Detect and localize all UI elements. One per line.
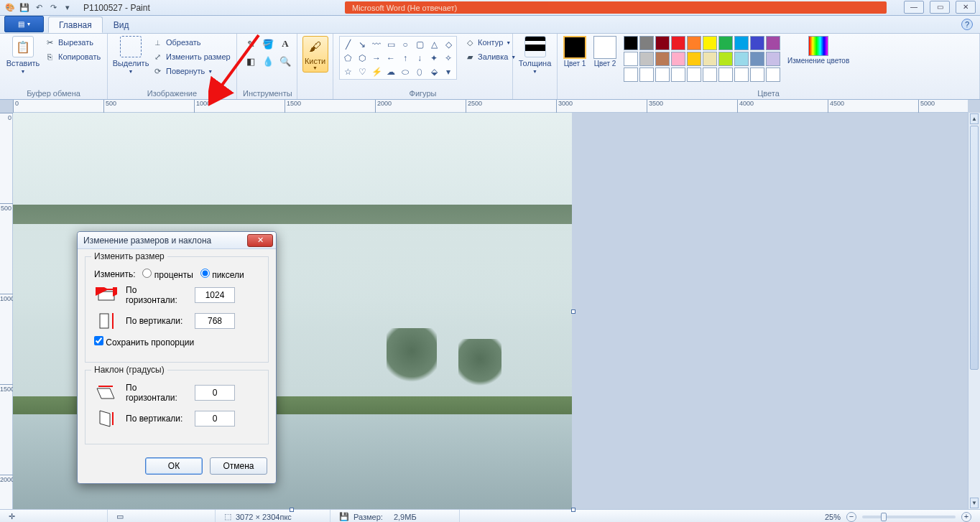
color-swatch[interactable] (734, 36, 749, 50)
color-swatch[interactable] (655, 36, 670, 50)
color-swatch[interactable] (655, 52, 670, 66)
qat-drop-icon[interactable]: ▾ (62, 2, 73, 14)
zoom-out-button[interactable]: − (846, 512, 856, 522)
file-menu-button[interactable]: ▤ (4, 16, 44, 32)
color2-button[interactable]: Цвет 2 (593, 36, 616, 67)
thickness-icon (524, 36, 546, 57)
color-swatch[interactable] (624, 67, 638, 82)
resize-v-input[interactable] (195, 313, 235, 329)
canvas-handle-e[interactable] (571, 309, 575, 314)
undo-icon[interactable]: ↶ (33, 2, 45, 14)
workspace: 0500100015002000250030003500400045005000… (0, 100, 980, 509)
shape-outline-button[interactable]: ◇Контур ▼ (464, 36, 516, 49)
color-swatch[interactable] (734, 52, 749, 66)
select-button[interactable]: Выделить▼ (114, 36, 148, 74)
help-button[interactable]: ? (961, 19, 973, 30)
eraser-tool[interactable]: ◧ (243, 53, 259, 69)
color-swatch[interactable] (750, 36, 764, 50)
resize-button[interactable]: ⤢Изменить размер (152, 50, 231, 63)
cancel-button[interactable]: Отмена (210, 457, 267, 475)
color-swatch[interactable] (671, 67, 685, 82)
group-label-shapes: Фигуры (339, 88, 507, 98)
skew-h-input[interactable] (195, 385, 235, 401)
text-tool[interactable]: A (277, 36, 293, 52)
color-swatch[interactable] (639, 52, 654, 66)
paste-button[interactable]: 📋 Вставить▼ (6, 36, 40, 74)
fill-tool[interactable]: 🪣 (260, 36, 276, 52)
skew-v-input[interactable] (195, 411, 235, 427)
rotate-button[interactable]: ⟳Повернуть ▼ (152, 65, 231, 78)
shapes-gallery[interactable]: ╱↘〰▭○▢△◇ ⬠⬡→←↑↓✦✧ ☆♡⚡☁⬭⬯⬙▾ (339, 36, 457, 80)
color-swatch[interactable] (639, 36, 654, 50)
color-swatch[interactable] (624, 36, 638, 50)
select-icon (120, 36, 142, 57)
pencil-tool[interactable]: ✎ (243, 36, 259, 52)
radio-percent[interactable]: проценты (142, 269, 193, 280)
tab-home[interactable]: Главная (48, 17, 103, 33)
scroll-up-icon[interactable]: ▲ (970, 113, 979, 124)
color-swatch[interactable] (734, 67, 749, 82)
magnifier-tool[interactable]: 🔍 (277, 53, 293, 69)
shape-fill-button[interactable]: ▰Заливка ▼ (464, 50, 516, 63)
spectrum-icon (808, 36, 828, 56)
canvas-handle-se[interactable] (571, 508, 575, 512)
vertical-scrollbar[interactable]: ▲ ▼ (968, 113, 980, 509)
maximize-button[interactable]: ▭ (930, 1, 950, 14)
resize-h-input[interactable] (195, 287, 235, 303)
minimize-button[interactable]: — (904, 1, 924, 14)
color-swatch[interactable] (687, 52, 701, 66)
scroll-down-icon[interactable]: ▼ (970, 498, 979, 508)
save-icon[interactable]: 💾 (19, 2, 30, 14)
color-swatch[interactable] (750, 52, 764, 66)
copy-button[interactable]: ⎘Копировать (45, 50, 101, 63)
color-swatch[interactable] (655, 67, 670, 82)
color2-swatch (593, 36, 616, 59)
color-swatch[interactable] (718, 52, 733, 66)
color-swatch[interactable] (703, 36, 717, 50)
color-swatch[interactable] (766, 52, 780, 66)
group-label-colors: Цвета (563, 88, 974, 98)
picker-tool[interactable]: 💧 (260, 53, 276, 69)
color1-button[interactable]: Цвет 1 (563, 36, 586, 67)
zoom-slider[interactable] (862, 516, 956, 518)
color-swatch[interactable] (703, 52, 717, 66)
cut-button[interactable]: ✂Вырезать (45, 36, 101, 49)
zoom-in-button[interactable]: + (961, 512, 971, 522)
thickness-button[interactable]: Толщина▼ (519, 36, 552, 74)
dims-icon: ⬚ (224, 512, 231, 521)
color-swatch[interactable] (718, 67, 733, 82)
color-palette[interactable] (624, 36, 780, 82)
color-swatch[interactable] (624, 52, 638, 66)
color-swatch[interactable] (766, 67, 780, 82)
tab-view[interactable]: Вид (103, 17, 140, 33)
quick-access-toolbar: 🎨 💾 ↶ ↷ ▾ (0, 2, 78, 14)
canvas-handle-s[interactable] (290, 508, 294, 512)
color-swatch[interactable] (671, 52, 685, 66)
redo-icon[interactable]: ↷ (47, 2, 59, 14)
color-swatch[interactable] (703, 67, 717, 82)
resize-fieldset: Изменить размер Изменить: проценты пиксе… (85, 256, 269, 363)
resize-v-label: По вертикали: (126, 316, 188, 326)
resize-legend: Изменить размер (91, 251, 167, 261)
color-swatch[interactable] (766, 36, 780, 50)
brush-icon: 🖌 (306, 38, 325, 57)
ok-button[interactable]: ОК (145, 457, 203, 475)
scroll-thumb[interactable] (970, 126, 979, 370)
dialog-close-button[interactable]: ✕ (247, 234, 273, 247)
color-swatch[interactable] (687, 67, 701, 82)
radio-pixels[interactable]: пиксели (200, 269, 244, 280)
brushes-button[interactable]: 🖌 Кисти▼ (302, 36, 328, 73)
close-button[interactable]: ✕ (956, 1, 976, 14)
group-thickness: Толщина▼ (513, 34, 558, 99)
dialog-titlebar[interactable]: Изменение размеров и наклона ✕ (78, 232, 276, 249)
group-colors: Цвет 1 Цвет 2 Изменение цветов Цвета (558, 34, 980, 99)
color-swatch[interactable] (639, 67, 654, 82)
color-swatch[interactable] (671, 36, 685, 50)
status-cursor-pos: ✛ (0, 510, 108, 522)
aspect-checkbox[interactable]: Сохранить пропорции (94, 336, 194, 348)
color-swatch[interactable] (687, 36, 701, 50)
edit-colors-button[interactable]: Изменение цветов (787, 36, 849, 65)
color-swatch[interactable] (718, 36, 733, 50)
crop-button[interactable]: ⟂Обрезать (152, 36, 231, 49)
color-swatch[interactable] (750, 67, 764, 82)
